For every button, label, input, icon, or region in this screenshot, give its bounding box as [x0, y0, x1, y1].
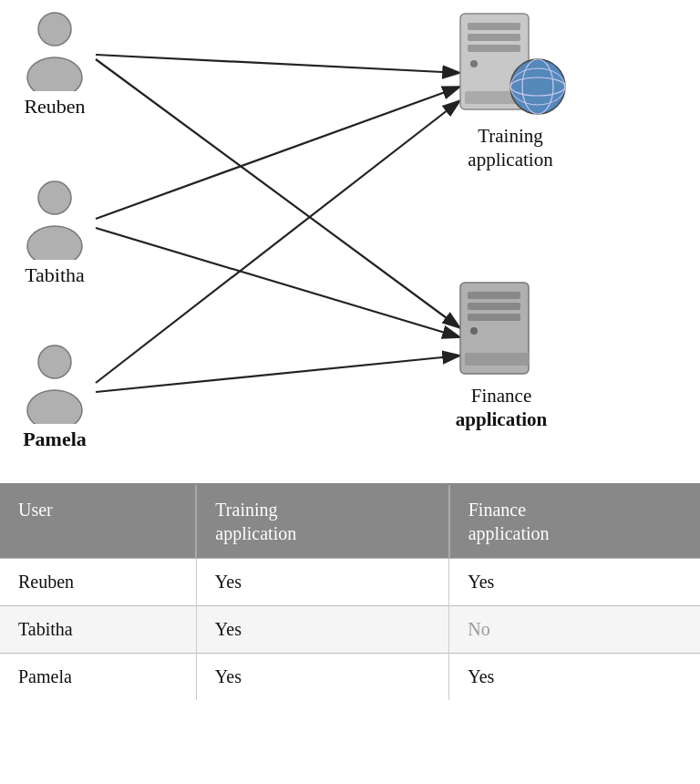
svg-point-7 — [38, 13, 71, 46]
svg-line-4 — [96, 228, 460, 337]
col-header-user: User — [0, 485, 196, 559]
cell-training-pamela: Yes — [196, 654, 448, 701]
cell-user-reuben: Reuben — [0, 559, 196, 606]
table-row: Tabitha Yes No — [0, 606, 700, 654]
diagram: Reuben Tabitha Pamela — [0, 0, 700, 483]
cell-finance-reuben: Yes — [449, 559, 700, 606]
person-reuben: Reuben — [18, 9, 91, 119]
svg-line-3 — [96, 87, 460, 219]
person-label-tabitha: Tabitha — [25, 263, 85, 287]
table-row: Reuben Yes Yes — [0, 559, 700, 606]
person-label-reuben: Reuben — [24, 95, 85, 119]
person-icon-pamela — [18, 342, 91, 424]
svg-rect-15 — [468, 34, 520, 41]
server-icon-training — [451, 9, 570, 119]
access-table: User Trainingapplication Financeapplicat… — [0, 485, 700, 700]
person-label-pamela: Pamela — [23, 428, 87, 451]
col-header-training: Trainingapplication — [196, 485, 448, 559]
cell-training-tabitha: Yes — [196, 606, 448, 654]
svg-point-19 — [510, 59, 565, 114]
cell-finance-pamela: Yes — [449, 654, 700, 701]
cell-user-pamela: Pamela — [0, 654, 196, 701]
svg-point-8 — [27, 57, 82, 91]
svg-point-27 — [470, 327, 478, 335]
svg-rect-16 — [468, 45, 520, 52]
server-finance: Financeapplication — [451, 278, 551, 432]
server-label-training: Trainingapplication — [468, 124, 552, 172]
svg-point-12 — [27, 390, 82, 424]
arrow-canvas — [0, 0, 700, 483]
svg-rect-25 — [468, 303, 520, 310]
svg-line-5 — [96, 100, 460, 383]
svg-point-17 — [470, 60, 478, 67]
server-label-finance: Financeapplication — [456, 384, 547, 432]
server-icon-finance — [451, 278, 551, 378]
table-area: User Trainingapplication Financeapplicat… — [0, 483, 700, 700]
svg-line-6 — [96, 356, 460, 392]
cell-user-tabitha: Tabitha — [0, 606, 196, 654]
svg-rect-14 — [468, 23, 520, 30]
svg-point-11 — [38, 346, 71, 378]
svg-rect-28 — [465, 353, 529, 366]
server-training: Trainingapplication — [451, 9, 570, 172]
svg-line-1 — [96, 55, 460, 73]
table-header-row: User Trainingapplication Financeapplicat… — [0, 485, 700, 559]
cell-training-reuben: Yes — [196, 559, 448, 606]
svg-rect-26 — [468, 314, 520, 321]
table-row: Pamela Yes Yes — [0, 654, 700, 701]
svg-point-10 — [27, 226, 82, 260]
col-header-finance: Financeapplication — [449, 485, 700, 559]
svg-point-9 — [38, 181, 71, 214]
svg-line-2 — [96, 59, 460, 328]
person-icon-reuben — [18, 9, 91, 91]
person-icon-tabitha — [18, 178, 91, 260]
cell-finance-tabitha: No — [449, 606, 700, 654]
person-tabitha: Tabitha — [18, 178, 91, 287]
svg-rect-24 — [468, 292, 520, 299]
person-pamela: Pamela — [18, 342, 91, 451]
